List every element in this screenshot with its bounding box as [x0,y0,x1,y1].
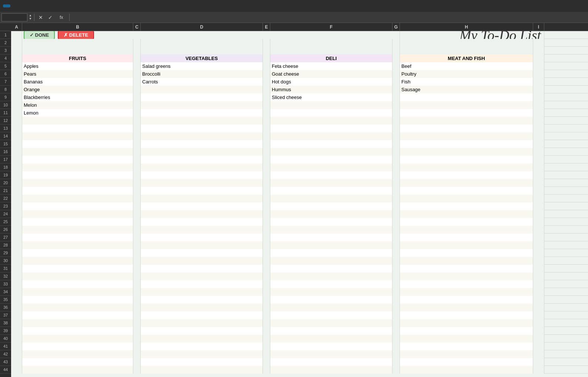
meat-item-22[interactable] [400,226,533,234]
meat-item-18[interactable] [400,195,533,202]
vegetable-item-3[interactable]: Carrots [141,78,263,86]
vegetable-item-27[interactable] [141,265,263,272]
meat-item-37[interactable] [400,343,533,350]
deli-item-7[interactable] [270,109,392,117]
deli-item-36[interactable] [270,335,392,343]
vegetable-item-2[interactable]: Broccolli [141,70,263,78]
vegetable-item-25[interactable] [141,249,263,257]
meat-item-31[interactable] [400,296,533,304]
deli-item-32[interactable] [270,304,392,311]
fruit-item-11[interactable] [22,140,133,148]
deli-item-14[interactable] [270,163,392,171]
deli-item-30[interactable] [270,288,392,296]
meat-item-26[interactable] [400,257,533,265]
deli-item-28[interactable] [270,272,392,280]
meat-item-34[interactable] [400,319,533,327]
fruit-item-36[interactable] [22,335,133,343]
vegetable-item-24[interactable] [141,241,263,249]
deli-item-5[interactable]: Sliced cheese [270,93,392,101]
deli-item-9[interactable] [270,125,392,132]
meat-item-29[interactable] [400,280,533,288]
fruit-item-2[interactable]: Pears [22,70,133,78]
deli-item-12[interactable] [270,148,392,156]
meat-item-1[interactable]: Beef [400,62,533,70]
meat-item-7[interactable] [400,109,533,117]
vegetable-item-17[interactable] [141,187,263,195]
vegetable-item-32[interactable] [141,304,263,311]
meat-item-17[interactable] [400,187,533,195]
insert-function-button[interactable]: fx [56,15,67,20]
done-button[interactable]: ✓ DONE [24,31,55,39]
deli-item-33[interactable] [270,311,392,319]
meat-item-6[interactable] [400,101,533,109]
deli-item-10[interactable] [270,132,392,140]
vegetable-item-28[interactable] [141,272,263,280]
meat-item-35[interactable] [400,327,533,335]
meat-item-38[interactable] [400,350,533,358]
vegetable-item-19[interactable] [141,202,263,210]
fruit-item-26[interactable] [22,257,133,265]
vegetable-item-31[interactable] [141,296,263,304]
vegetable-item-6[interactable] [141,101,263,109]
formula-input[interactable] [72,13,587,22]
meat-item-4[interactable]: Sausage [400,86,533,93]
fruit-item-34[interactable] [22,319,133,327]
vegetable-item-20[interactable] [141,210,263,218]
meat-item-21[interactable] [400,218,533,226]
meat-item-11[interactable] [400,140,533,148]
fruit-item-15[interactable] [22,171,133,179]
vegetable-item-11[interactable] [141,140,263,148]
deli-item-11[interactable] [270,140,392,148]
deli-item-19[interactable] [270,202,392,210]
deli-item-22[interactable] [270,226,392,234]
meat-item-28[interactable] [400,272,533,280]
meat-item-14[interactable] [400,163,533,171]
meat-item-39[interactable] [400,358,533,366]
meat-item-32[interactable] [400,304,533,311]
vegetable-item-12[interactable] [141,148,263,156]
menu-view[interactable] [65,4,73,7]
fruit-item-33[interactable] [22,311,133,319]
meat-item-10[interactable] [400,132,533,140]
fruit-item-13[interactable] [22,156,133,163]
vegetable-item-34[interactable] [141,319,263,327]
vegetable-item-4[interactable] [141,86,263,93]
meat-item-23[interactable] [400,234,533,241]
fruit-item-18[interactable] [22,195,133,202]
fruit-item-38[interactable] [22,350,133,358]
deli-item-29[interactable] [270,280,392,288]
meat-item-9[interactable] [400,125,533,132]
deli-item-31[interactable] [270,296,392,304]
deli-item-8[interactable] [270,117,392,125]
meat-item-13[interactable] [400,156,533,163]
fruit-item-8[interactable] [22,117,133,125]
fruit-item-1[interactable]: Apples [22,62,133,70]
vegetable-item-39[interactable] [141,358,263,366]
vegetable-item-7[interactable] [141,109,263,117]
meat-item-16[interactable] [400,179,533,187]
fruit-item-28[interactable] [22,272,133,280]
vegetable-item-14[interactable] [141,163,263,171]
fruit-item-14[interactable] [22,163,133,171]
meat-item-2[interactable]: Poultry [400,70,533,78]
menu-review[interactable] [56,4,64,7]
menu-draw[interactable] [21,4,28,7]
deli-item-16[interactable] [270,179,392,187]
meat-item-3[interactable]: Fish [400,78,533,86]
deli-item-37[interactable] [270,343,392,350]
deli-item-40[interactable] [270,366,392,374]
vegetable-item-13[interactable] [141,156,263,163]
fruit-item-35[interactable] [22,327,133,335]
deli-item-20[interactable] [270,210,392,218]
meat-item-8[interactable] [400,117,533,125]
fruit-item-23[interactable] [22,234,133,241]
fruit-item-20[interactable] [22,210,133,218]
fruit-item-32[interactable] [22,304,133,311]
vegetable-item-10[interactable] [141,132,263,140]
deli-item-15[interactable] [270,171,392,179]
meat-item-15[interactable] [400,171,533,179]
meat-item-27[interactable] [400,265,533,272]
vegetable-item-38[interactable] [141,350,263,358]
vegetable-item-15[interactable] [141,171,263,179]
fruit-item-29[interactable] [22,280,133,288]
